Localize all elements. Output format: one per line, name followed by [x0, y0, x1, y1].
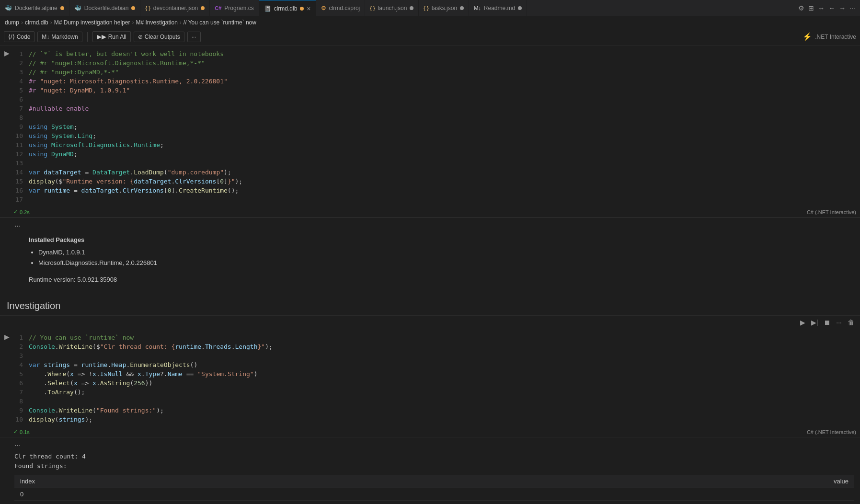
- markdown-button[interactable]: M↓ Markdown: [37, 32, 82, 42]
- toolbar: ⟨/⟩ Code M↓ Markdown ▶▶ Run All ⊘ Clear …: [0, 28, 860, 46]
- run-all-button[interactable]: ▶▶ Run All: [92, 31, 131, 42]
- tab-readme-md[interactable]: M↓ Readme.md: [469, 0, 527, 17]
- more-options-button[interactable]: ···: [187, 32, 201, 42]
- output-text-clr: Clr thread count: 4: [14, 452, 854, 461]
- tab-launch-json[interactable]: { } launch.json: [365, 0, 419, 17]
- code-editor-area-2[interactable]: 1 // You can use `runtime` now 2 Console…: [13, 329, 860, 428]
- cell-run-button-2[interactable]: ▶: [0, 329, 13, 428]
- line-num: 4: [13, 360, 29, 369]
- code-content: [29, 195, 860, 204]
- line-num: 3: [13, 351, 29, 360]
- tab-clrmd-dib[interactable]: 📓 clrmd.dib ×: [259, 0, 316, 17]
- code-content: // #r "nuget:DynaMD,*-*": [29, 68, 860, 77]
- code-content: #r "nuget: Microsoft.Diagnostics.Runtime…: [29, 77, 860, 86]
- code-line-3: 3 // #r "nuget:DynaMD,*-*": [13, 68, 860, 77]
- code-content: var strings = runtime.Heap.EnumerateObje…: [29, 360, 860, 369]
- td-index: 1: [14, 501, 53, 504]
- code-cell-1: ▶ 1 // `*` is better, but doesn't work w…: [0, 46, 860, 218]
- line-num: 15: [13, 177, 29, 186]
- tab-label: devcontainer.json: [153, 5, 198, 11]
- tab-clrmd-csproj[interactable]: ⚙ clrmd.csproj: [316, 0, 366, 17]
- code-content: var dataTarget = DataTarget.LoadDump("du…: [29, 168, 860, 177]
- td-value: [53, 488, 854, 501]
- sep1: ›: [21, 19, 23, 26]
- line-num: 9: [13, 122, 29, 131]
- tab-modified-dot: [410, 6, 413, 10]
- breadcrumb-m1[interactable]: M# Dump investigation helper: [54, 19, 130, 26]
- package-item-1: DynaMD, 1.0.9.1: [38, 247, 849, 258]
- td-index: 0: [14, 488, 53, 501]
- output-text-found: Found strings:: [14, 461, 854, 471]
- breadcrumb-dump[interactable]: dump: [5, 19, 19, 26]
- code-content: [29, 159, 860, 168]
- more-actions-icon[interactable]: ···: [849, 4, 855, 12]
- tab-modified-dot: [300, 7, 304, 11]
- tab-tasks-json[interactable]: { } tasks.json: [419, 0, 469, 17]
- toolbar-separator: [87, 32, 88, 42]
- breadcrumb-comment[interactable]: // You can use `runtime` now: [183, 19, 256, 26]
- clear-outputs-icon: ⊘: [138, 34, 143, 40]
- line-num: 1: [13, 49, 29, 58]
- json-icon: { }: [145, 5, 150, 11]
- code-line-c2-4: 4 var strings = runtime.Heap.EnumerateOb…: [13, 360, 860, 369]
- code-content: Console.WriteLine($"Clr thread count: {r…: [29, 342, 860, 351]
- code-content: #nullable enable: [29, 104, 860, 113]
- code-line-14: 14 var dataTarget = DataTarget.LoadDump(…: [13, 168, 860, 177]
- play-icon-1[interactable]: ▶: [4, 49, 10, 57]
- stop-icon-2[interactable]: ⏹: [822, 318, 832, 327]
- installed-packages-heading: Installed Packages: [29, 236, 849, 243]
- line-num: 9: [13, 406, 29, 415]
- code-content: var runtime = dataTarget.ClrVersions[0].…: [29, 186, 860, 195]
- run-below-icon-2[interactable]: ▶|: [809, 318, 820, 327]
- tab-devcontainer-json[interactable]: { } devcontainer.json: [140, 0, 210, 17]
- play-icon-2[interactable]: ▶: [4, 333, 10, 341]
- strings-table: index value 01RUNTIME_IDENTIFIER2alpine.…: [14, 475, 854, 504]
- code-line-4: 4 #r "nuget: Microsoft.Diagnostics.Runti…: [13, 77, 860, 86]
- tab-label: Dockerfile.alpine: [15, 5, 57, 11]
- code-line-11: 11 using Microsoft.Diagnostics.Runtime;: [13, 140, 860, 149]
- line-num: 12: [13, 149, 29, 159]
- output-dots-1[interactable]: ···: [14, 222, 21, 230]
- breadcrumb-m2[interactable]: M# Investigation: [136, 19, 177, 26]
- line-num: 2: [13, 342, 29, 351]
- settings-icon[interactable]: ⚙: [798, 4, 804, 12]
- output-dots-2[interactable]: ···: [14, 441, 21, 450]
- tab-program-cs[interactable]: C# Program.cs: [210, 0, 259, 17]
- more-options-icon: ···: [192, 34, 196, 40]
- code-line-c2-7: 7 .ToArray();: [13, 388, 860, 397]
- breadcrumb-dib[interactable]: clrmd.dib: [25, 19, 48, 26]
- code-content: display(strings);: [29, 415, 860, 424]
- table-body: 01RUNTIME_IDENTIFIER2alpine.3.13-x643FX_…: [14, 488, 854, 504]
- nav-prev-icon[interactable]: ←: [828, 4, 835, 12]
- code-line-16: 16 var runtime = dataTarget.ClrVersions[…: [13, 186, 860, 195]
- code-content: using DynaMD;: [29, 149, 860, 159]
- run-all-icon: ▶▶: [97, 33, 106, 40]
- col-header-value: value: [53, 475, 854, 488]
- nav-next-icon[interactable]: →: [839, 4, 846, 12]
- code-button[interactable]: ⟨/⟩ Code: [4, 31, 34, 42]
- tab-label: tasks.json: [432, 5, 457, 11]
- tab-dockerfile-alpine[interactable]: 🐳 Dockerfile.alpine: [0, 0, 69, 17]
- tab-dockerfile-debian[interactable]: 🐳 Dockerfile.debian: [69, 0, 141, 17]
- line-num: 7: [13, 104, 29, 113]
- more-cell-icon-2[interactable]: ···: [834, 318, 844, 327]
- table-row: 0: [14, 488, 854, 501]
- sep2: ›: [50, 19, 52, 26]
- section-heading-investigation: Investigation: [0, 295, 860, 316]
- tab-modified-dot: [131, 6, 135, 10]
- line-num: 10: [13, 131, 29, 140]
- code-editor-area-1[interactable]: 1 // `*` is better, but doesn't work wel…: [13, 46, 860, 208]
- line-num: 7: [13, 388, 29, 397]
- output-meta-1: ···: [14, 222, 854, 230]
- cell-run-button-1[interactable]: ▶: [0, 46, 13, 208]
- layout-icon[interactable]: ↔: [818, 4, 825, 12]
- output-area-2: ··· Clr thread count: 4 Found strings: i…: [0, 437, 860, 504]
- run-cell-icon-2[interactable]: ▶: [798, 318, 807, 327]
- code-icon: ⟨/⟩: [8, 33, 15, 40]
- split-editor-icon[interactable]: ⊞: [808, 4, 814, 12]
- code-line-7: 7 #nullable enable: [13, 104, 860, 113]
- clear-outputs-button[interactable]: ⊘ Clear Outputs: [134, 32, 184, 42]
- tab-label: Dockerfile.debian: [84, 5, 129, 11]
- delete-cell-icon-2[interactable]: 🗑: [846, 318, 856, 327]
- close-icon[interactable]: ×: [307, 5, 310, 12]
